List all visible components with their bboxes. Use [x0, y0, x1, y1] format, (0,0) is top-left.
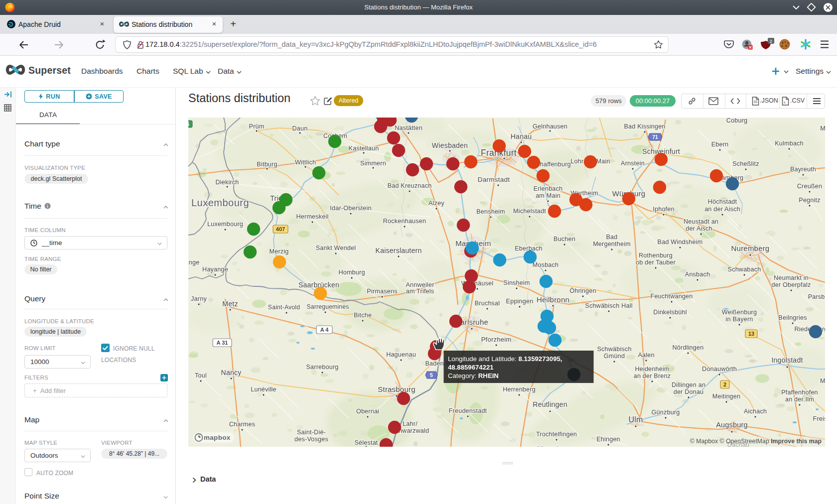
- svg-text:Gelnhausen: Gelnhausen: [533, 123, 567, 130]
- svg-text:Neustadt an: Neustadt an: [684, 218, 718, 225]
- svg-text:ange: ange: [188, 259, 199, 266]
- svg-text:Nastätten: Nastätten: [395, 125, 422, 131]
- svg-text:2: 2: [770, 38, 772, 44]
- svg-text:Coburg: Coburg: [726, 118, 748, 124]
- svg-text:Reutlingen: Reutlingen: [533, 400, 567, 408]
- svg-text:Pegnitz: Pegnitz: [799, 197, 820, 204]
- svg-text:Mosbach: Mosbach: [533, 261, 559, 268]
- svg-text:Meitingen: Meitingen: [712, 393, 740, 400]
- svg-text:Ulm: Ulm: [628, 415, 643, 424]
- svg-text:am Main: am Main: [536, 192, 560, 199]
- svg-text:Bad Kreuznach: Bad Kreuznach: [388, 182, 432, 189]
- svg-text:Merzig: Merzig: [270, 248, 289, 255]
- svg-text:Simmern: Simmern: [360, 160, 386, 167]
- svg-text:an der Ilm: an der Ilm: [785, 396, 814, 403]
- svg-text:Alzey: Alzey: [428, 200, 444, 207]
- svg-text:Saint-Dié-: Saint-Dié-: [297, 429, 326, 436]
- svg-text:Rockenhausen: Rockenhausen: [383, 218, 426, 225]
- svg-text:Buchen: Buchen: [554, 236, 575, 243]
- svg-text:der Aisch: der Aisch: [686, 225, 712, 232]
- svg-text:Dinkelsbühl: Dinkelsbühl: [653, 309, 687, 316]
- svg-text:Herrenberg: Herrenberg: [503, 386, 536, 393]
- svg-text:48.8859674221: 48.8859674221: [448, 364, 494, 371]
- svg-text:an der Aisch: an der Aisch: [704, 206, 740, 213]
- svg-text:Kaiserslautern: Kaiserslautern: [376, 247, 422, 254]
- svg-text:an der Brenz: an der Brenz: [634, 373, 671, 379]
- svg-text:Prüm: Prüm: [249, 123, 265, 130]
- svg-text:Bad Windsheim: Bad Windsheim: [658, 239, 703, 246]
- svg-text:Feuchtwangen: Feuchtwangen: [650, 293, 693, 300]
- svg-text:© Mapbox © OpenStreetMap Impro: © Mapbox © OpenStreetMap Improve this ma…: [690, 438, 822, 445]
- svg-text:Heidenheim: Heidenheim: [635, 366, 669, 373]
- svg-text:A 31: A 31: [217, 340, 228, 346]
- svg-text:Eppingen: Eppingen: [506, 298, 534, 305]
- svg-text:Main: Main: [820, 378, 825, 384]
- svg-text:407: 407: [276, 226, 285, 232]
- svg-text:Schwabach: Schwabach: [728, 266, 761, 273]
- svg-text:Obernai: Obernai: [356, 408, 379, 415]
- svg-text:A 4: A 4: [320, 327, 329, 333]
- svg-text:Ingolstadt: Ingolstadt: [771, 356, 803, 364]
- svg-text:Dillingen an: Dillingen an: [672, 381, 705, 388]
- svg-text:Category: RHEIN: Category: RHEIN: [448, 372, 499, 379]
- svg-text:Daun: Daun: [292, 125, 308, 132]
- svg-text:Höchstadt: Höchstadt: [708, 198, 737, 205]
- svg-text:Ansbach: Ansbach: [685, 271, 710, 278]
- svg-text:Luxembourg: Luxembourg: [191, 197, 249, 208]
- svg-text:Mergentheim: Mergentheim: [593, 241, 631, 248]
- svg-text:Parsberg: Parsberg: [808, 293, 825, 300]
- svg-text:13: 13: [748, 331, 754, 337]
- svg-text:Pforzheim: Pforzheim: [481, 336, 512, 343]
- svg-text:Donauwörth: Donauwörth: [702, 366, 737, 373]
- svg-text:mapbox: mapbox: [204, 434, 231, 441]
- svg-text:2: 2: [723, 381, 726, 387]
- svg-text:Heilbronn: Heilbronn: [537, 295, 569, 304]
- svg-text:Toul: Toul: [195, 372, 207, 379]
- svg-text:ob der Tauber: ob der Tauber: [636, 259, 676, 266]
- svg-text:Metz: Metz: [222, 300, 238, 308]
- svg-text:Iphofen: Iphofen: [653, 206, 674, 213]
- svg-text:Bruchsal: Bruchsal: [475, 300, 500, 307]
- svg-text:Nördlingen: Nördlingen: [673, 344, 704, 351]
- svg-text:Saint-Avold: Saint-Avold: [268, 304, 300, 311]
- svg-text:Freis: Freis: [813, 415, 826, 422]
- svg-text:Günzburg: Günzburg: [652, 409, 680, 416]
- svg-text:Idar-Oberstein: Idar-Oberstein: [330, 205, 371, 212]
- svg-text:Sankt Wendel: Sankt Wendel: [316, 245, 356, 252]
- svg-text:5: 5: [430, 372, 433, 378]
- svg-text:der Donau: der Donau: [674, 388, 704, 395]
- svg-text:Creußen: Creußen: [797, 183, 822, 190]
- svg-text:Darmstadt: Darmstadt: [478, 176, 510, 183]
- svg-text:Schwäbisch Hall: Schwäbisch Hall: [585, 302, 632, 309]
- svg-text:Haguenau: Haguenau: [386, 351, 416, 358]
- svg-text:Sarreguemines: Sarreguemines: [306, 303, 349, 310]
- svg-text:Lunéville: Lunéville: [251, 386, 277, 393]
- svg-text:Pfaffenhofen: Pfaffenhofen: [781, 389, 818, 396]
- svg-text:Sélestat: Sélestat: [354, 439, 378, 446]
- svg-text:Wiesbaden: Wiesbaden: [432, 141, 468, 149]
- svg-text:Bitche: Bitche: [354, 312, 372, 319]
- svg-text:Strasbourg: Strasbourg: [378, 385, 415, 393]
- svg-text:x: x: [784, 101, 786, 104]
- svg-text:Hayange: Hayange: [202, 266, 228, 273]
- svg-text:Kulmbach: Kulmbach: [775, 140, 804, 147]
- svg-text:Nancy: Nancy: [221, 369, 242, 377]
- svg-text:Trochtelfingen: Trochtelfingen: [536, 431, 577, 438]
- svg-text:71: 71: [652, 134, 658, 140]
- svg-text:Ebern: Ebern: [711, 141, 729, 148]
- svg-text:Homburg: Homburg: [338, 269, 365, 276]
- svg-text:Annweiler: Annweiler: [406, 281, 434, 288]
- svg-text:Lahr/: Lahr/: [403, 420, 418, 427]
- svg-text:Beilngries: Beilngries: [778, 314, 807, 321]
- svg-text:Hermeskeil: Hermeskeil: [296, 213, 329, 220]
- svg-text:Longitude and Latitude: 8.1359: Longitude and Latitude: 8.1359273095,: [448, 355, 562, 363]
- svg-text:Arnstein: Arnstein: [621, 160, 645, 167]
- svg-text:Rothenburg: Rothenburg: [639, 252, 673, 259]
- svg-text:des-Vosges: des-Vosges: [294, 436, 328, 443]
- svg-text:Scheßlitz: Scheßlitz: [732, 160, 759, 167]
- svg-text:Öhringen: Öhringen: [569, 287, 596, 294]
- svg-text:Luxembourg: Luxembourg: [207, 221, 243, 228]
- svg-text:Gmünd: Gmünd: [604, 353, 625, 360]
- svg-text:Kastellaun: Kastellaun: [349, 145, 379, 152]
- svg-text:Augsburg: Augsburg: [716, 421, 748, 429]
